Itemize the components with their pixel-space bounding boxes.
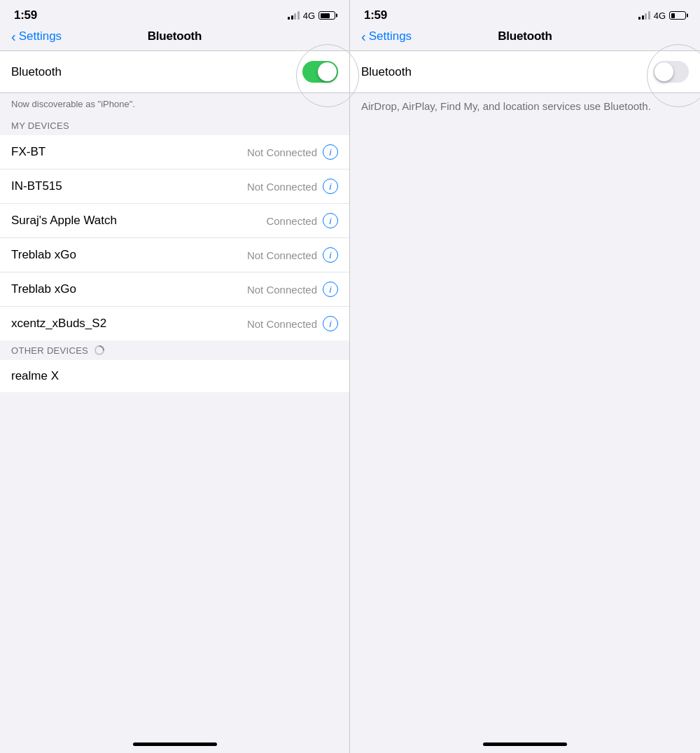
back-button-left[interactable]: ‹ Settings (11, 29, 62, 43)
device-status-5: Not Connected (247, 318, 317, 330)
battery-fill-right (671, 13, 676, 18)
device-name-5: xcentz_xBuds_S2 (11, 317, 106, 331)
battery-fill-left (321, 13, 330, 18)
status-bar-right: 1:59 4G (350, 0, 700, 27)
back-label-left: Settings (19, 29, 62, 43)
off-description: AirDrop, AirPlay, Find My, and location … (350, 93, 700, 122)
signal-bar-r1 (638, 17, 640, 20)
info-button-4[interactable]: i (323, 282, 338, 297)
device-status-4: Not Connected (247, 284, 317, 296)
device-status-area-3: Not Connected i (247, 247, 338, 263)
signal-bar-4 (298, 11, 300, 20)
bluetooth-label-right: Bluetooth (361, 65, 412, 79)
other-device-list: realme X (0, 360, 349, 392)
device-row-3: Treblab xGo Not Connected i (0, 238, 349, 272)
other-devices-label: OTHER DEVICES (11, 345, 88, 356)
status-icons-right: 4G (638, 11, 686, 21)
device-status-area-2: Connected i (266, 213, 338, 228)
device-status-area-4: Not Connected i (247, 282, 338, 297)
device-name-0: FX-BT (11, 145, 46, 159)
device-name-1: IN-BT515 (11, 179, 62, 193)
discoverable-text: Now discoverable as "iPhone". (0, 93, 349, 116)
info-icon-4: i (330, 285, 332, 294)
device-row-4: Treblab xGo Not Connected i (0, 272, 349, 307)
info-button-0[interactable]: i (323, 144, 338, 160)
info-button-5[interactable]: i (323, 316, 338, 331)
right-phone-panel: 1:59 4G ‹ Settings Bluetooth Bluetooth (350, 0, 700, 753)
bluetooth-toggle-right[interactable] (653, 61, 689, 83)
back-button-right[interactable]: ‹ Settings (361, 29, 412, 43)
battery-body-right (669, 11, 686, 20)
signal-bars-left (288, 11, 300, 20)
device-status-2: Connected (266, 215, 317, 227)
device-status-area-5: Not Connected i (247, 316, 338, 331)
device-status-area-0: Not Connected i (247, 144, 338, 160)
device-row-2: Suraj's Apple Watch Connected i (0, 204, 349, 238)
home-indicator-right (483, 742, 567, 746)
status-icons-left: 4G (288, 11, 335, 21)
battery-body-left (318, 11, 335, 20)
battery-right (669, 11, 686, 20)
network-label-left: 4G (303, 11, 315, 21)
signal-bar-1 (288, 17, 290, 20)
status-time-left: 1:59 (14, 8, 37, 22)
other-device-name-0: realme X (11, 369, 59, 383)
back-chevron-right: ‹ (361, 29, 366, 43)
info-button-3[interactable]: i (323, 247, 338, 263)
toggle-knob-right (654, 62, 673, 81)
battery-left (318, 11, 335, 20)
bluetooth-label-left: Bluetooth (11, 65, 62, 79)
device-status-0: Not Connected (247, 146, 317, 158)
signal-bar-r2 (642, 15, 644, 20)
device-name-2: Suraj's Apple Watch (11, 214, 117, 228)
signal-bars-right (638, 11, 650, 20)
info-button-1[interactable]: i (323, 179, 338, 194)
signal-bar-r3 (645, 13, 647, 20)
other-device-row-0: realme X (0, 360, 349, 392)
bluetooth-toggle-left[interactable] (302, 61, 338, 83)
home-indicator-left (133, 742, 217, 746)
bluetooth-row-right: Bluetooth (350, 51, 700, 92)
info-icon-2: i (330, 216, 332, 226)
left-phone-panel: 1:59 4G ‹ Settings Bluetooth Bluetooth (0, 0, 350, 753)
device-status-3: Not Connected (247, 249, 317, 261)
device-status-1: Not Connected (247, 181, 317, 193)
info-button-2[interactable]: i (323, 213, 338, 228)
back-chevron-left: ‹ (11, 29, 16, 43)
device-name-3: Treblab xGo (11, 248, 76, 262)
nav-title-right: Bluetooth (498, 29, 552, 43)
device-list: FX-BT Not Connected i IN-BT515 Not Conne… (0, 135, 349, 340)
device-row-1: IN-BT515 Not Connected i (0, 170, 349, 204)
info-icon-0: i (330, 148, 332, 157)
other-devices-header: OTHER DEVICES (0, 340, 349, 360)
status-time-right: 1:59 (364, 8, 387, 22)
device-row-0: FX-BT Not Connected i (0, 135, 349, 170)
nav-bar-left: ‹ Settings Bluetooth (0, 27, 349, 50)
info-icon-1: i (330, 182, 332, 191)
signal-bar-3 (294, 13, 296, 20)
info-icon-5: i (330, 319, 332, 329)
status-bar-left: 1:59 4G (0, 0, 349, 27)
signal-bar-r4 (648, 11, 650, 20)
device-status-area-1: Not Connected i (247, 179, 338, 194)
network-label-right: 4G (654, 11, 666, 21)
info-icon-3: i (330, 251, 332, 260)
scanning-spinner (94, 345, 105, 356)
nav-title-left: Bluetooth (148, 29, 202, 43)
nav-bar-right: ‹ Settings Bluetooth (350, 27, 700, 50)
bluetooth-row-left: Bluetooth (0, 51, 349, 92)
device-name-4: Treblab xGo (11, 282, 76, 296)
device-row-5: xcentz_xBuds_S2 Not Connected i (0, 307, 349, 340)
toggle-knob-left (318, 62, 337, 81)
my-devices-header: MY DEVICES (0, 116, 349, 135)
signal-bar-2 (291, 15, 293, 20)
back-label-right: Settings (369, 29, 412, 43)
